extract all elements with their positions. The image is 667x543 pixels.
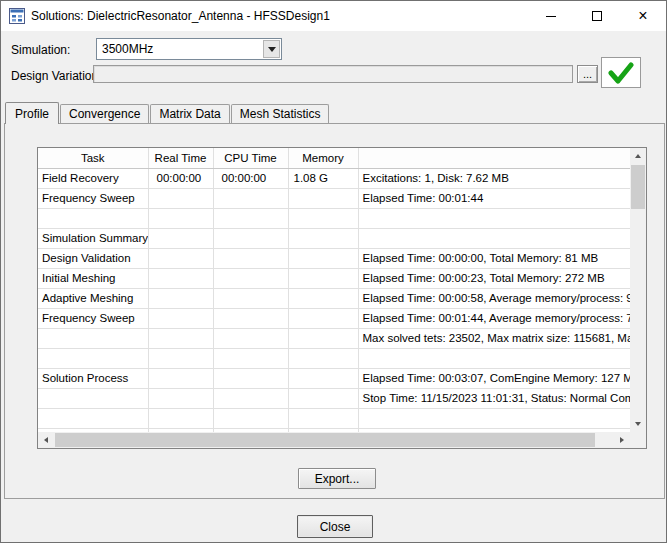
- table-cell: Design Validation: [38, 248, 148, 268]
- simulation-label: Simulation:: [11, 43, 70, 57]
- minimize-button[interactable]: [528, 1, 574, 31]
- tabstrip: Profile Convergence Matrix Data Mesh Sta…: [5, 102, 330, 123]
- table-cell: [213, 268, 288, 288]
- table-cell: [38, 208, 148, 228]
- table-cell: [213, 368, 288, 388]
- table-cell: Elapsed Time: 00:03:07, ComEngine Memory…: [358, 368, 630, 388]
- tab-mesh-statistics[interactable]: Mesh Statistics: [231, 104, 330, 123]
- scrollbar-corner: [630, 432, 646, 448]
- table-row[interactable]: Frequency SweepElapsed Time: 00:01:44: [38, 188, 630, 208]
- table-row[interactable]: [38, 408, 630, 428]
- scroll-right-button[interactable]: [614, 432, 630, 448]
- column-header[interactable]: Memory: [288, 148, 358, 168]
- tab-convergence[interactable]: Convergence: [60, 104, 149, 123]
- table-cell: Simulation Summary: [38, 228, 148, 248]
- tab-panel-profile: TaskReal TimeCPU TimeMemory Field Recove…: [4, 123, 665, 499]
- table-cell: [148, 328, 213, 348]
- table-cell: [213, 348, 288, 368]
- scroll-up-button[interactable]: [630, 148, 646, 164]
- arrow-right-icon: [620, 437, 624, 443]
- vertical-scrollbar[interactable]: [630, 148, 646, 432]
- tab-profile[interactable]: Profile: [5, 102, 59, 124]
- table-cell: Excitations: 1, Disk: 7.62 MB: [358, 168, 630, 188]
- table-cell: Frequency Sweep: [38, 188, 148, 208]
- table-cell: Elapsed Time: 00:00:58, Average memory/p…: [358, 288, 630, 308]
- close-button[interactable]: Close: [297, 515, 373, 538]
- tab-mesh-statistics-label: Mesh Statistics: [240, 107, 321, 121]
- table-cell: [358, 228, 630, 248]
- table-cell: Elapsed Time: 00:01:44, Average memory/p…: [358, 308, 630, 328]
- table-cell: [213, 388, 288, 408]
- table-cell: [288, 228, 358, 248]
- table-cell: [38, 408, 148, 428]
- table-row[interactable]: Design ValidationElapsed Time: 00:00:00,…: [38, 248, 630, 268]
- table-cell: [288, 208, 358, 228]
- table-cell: [288, 188, 358, 208]
- table-cell: [358, 408, 630, 428]
- check-icon: [607, 62, 635, 84]
- table-cell: [358, 208, 630, 228]
- table-cell: [288, 388, 358, 408]
- table-cell: Solution Process: [38, 368, 148, 388]
- scroll-left-button[interactable]: [38, 432, 54, 448]
- column-header[interactable]: Real Time: [148, 148, 213, 168]
- table-cell: [148, 228, 213, 248]
- table-cell: [213, 288, 288, 308]
- export-button[interactable]: Export...: [298, 468, 376, 489]
- table-cell: [288, 248, 358, 268]
- table-row[interactable]: [38, 208, 630, 228]
- table-row[interactable]: Simulation Summary: [38, 228, 630, 248]
- table-cell: [288, 268, 358, 288]
- close-window-button[interactable]: ×: [620, 1, 666, 31]
- table-cell: [38, 388, 148, 408]
- simulation-dropdown[interactable]: 3500MHz: [96, 38, 282, 60]
- window-title: Solutions: DielectricResonator_Antenna -…: [31, 9, 330, 23]
- close-icon: ×: [638, 8, 647, 24]
- table-row[interactable]: Field Recovery00:00:0000:00:001.08 GExci…: [38, 168, 630, 188]
- table-cell: [148, 268, 213, 288]
- table-row[interactable]: Frequency SweepElapsed Time: 00:01:44, A…: [38, 308, 630, 328]
- table-cell: [288, 368, 358, 388]
- profile-table: TaskReal TimeCPU TimeMemory Field Recove…: [37, 147, 647, 449]
- table-row[interactable]: Stop Time: 11/15/2023 11:01:31, Status: …: [38, 388, 630, 408]
- table-cell: [38, 328, 148, 348]
- arrow-down-icon: [635, 422, 641, 426]
- horizontal-scrollbar[interactable]: [38, 432, 630, 448]
- maximize-button[interactable]: [574, 1, 620, 31]
- table-row[interactable]: Max solved tets: 23502, Max matrix size:…: [38, 328, 630, 348]
- scroll-down-button[interactable]: [630, 416, 646, 432]
- table-cell: [38, 348, 148, 368]
- table-cell: Stop Time: 11/15/2023 11:01:31, Status: …: [358, 388, 630, 408]
- arrow-up-icon: [635, 154, 641, 158]
- table-cell: [213, 208, 288, 228]
- table-cell: Elapsed Time: 00:00:00, Total Memory: 81…: [358, 248, 630, 268]
- table-cell: 00:00:00: [148, 168, 213, 188]
- tab-matrix-data[interactable]: Matrix Data: [150, 104, 229, 123]
- table-row[interactable]: Initial MeshingElapsed Time: 00:00:23, T…: [38, 268, 630, 288]
- chevron-down-icon[interactable]: [263, 40, 280, 58]
- column-header[interactable]: Task: [38, 148, 148, 168]
- window-controls: ×: [528, 1, 666, 31]
- table-row[interactable]: Solution ProcessElapsed Time: 00:03:07, …: [38, 368, 630, 388]
- table-cell: [358, 348, 630, 368]
- table-cell: [288, 288, 358, 308]
- dropdown-arrow-glyph: [268, 47, 276, 52]
- valid-check-button[interactable]: [601, 57, 641, 88]
- column-header[interactable]: [358, 148, 630, 168]
- tab-profile-label: Profile: [15, 107, 49, 121]
- table-cell: [213, 328, 288, 348]
- column-header[interactable]: CPU Time: [213, 148, 288, 168]
- table-cell: [213, 308, 288, 328]
- table-row[interactable]: Adaptive MeshingElapsed Time: 00:00:58, …: [38, 288, 630, 308]
- design-variation-field[interactable]: [93, 65, 573, 83]
- table-row[interactable]: [38, 348, 630, 368]
- table-cell: Frequency Sweep: [38, 308, 148, 328]
- design-variation-browse-button[interactable]: ...: [577, 65, 598, 83]
- table-cell: [288, 328, 358, 348]
- table-cell: [148, 188, 213, 208]
- table-cell: 1.08 G: [288, 168, 358, 188]
- table-cell: Elapsed Time: 00:01:44: [358, 188, 630, 208]
- table-cell: [148, 388, 213, 408]
- horizontal-scrollbar-thumb[interactable]: [55, 433, 595, 447]
- vertical-scrollbar-thumb[interactable]: [631, 165, 645, 209]
